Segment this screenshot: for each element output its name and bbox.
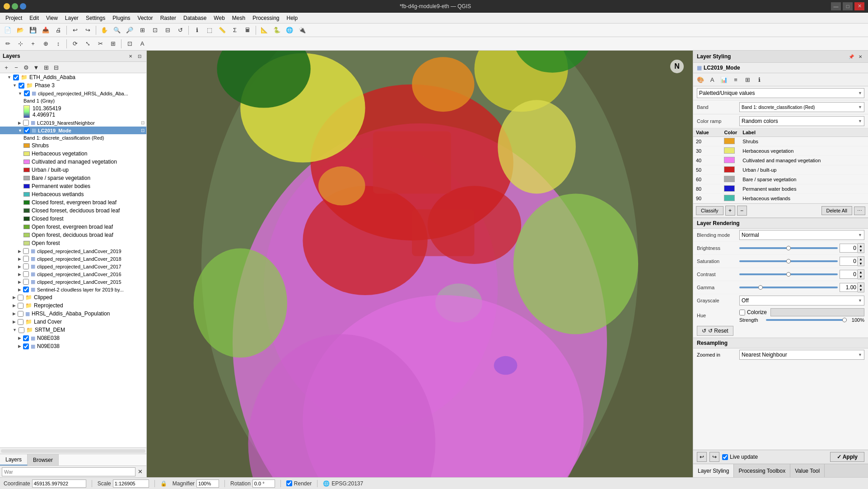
gamma-slider[interactable] <box>739 287 838 288</box>
layer-clipped-lc2018[interactable]: ▶ ▦ clipped_reprojected_LandCover_2018 <box>0 255 146 263</box>
layer-clipped-group[interactable]: ▶ 📁 Clipped <box>0 293 146 301</box>
layer-eth-addis-ababa[interactable]: ▼ 📁 ETH_Addis_Ababa <box>0 73 146 81</box>
remove-layer-button[interactable]: − <box>12 63 21 72</box>
zoom-in-button[interactable]: 🔍 <box>111 25 123 36</box>
apply-button[interactable]: ✓ Apply <box>830 452 864 462</box>
color-ramp-dropdown[interactable]: Random colors ▼ <box>739 116 864 126</box>
layer-srtm-group[interactable]: ▼ 📁 SRTM_DEM <box>0 326 146 334</box>
pan-tool-button[interactable]: ✋ <box>98 25 110 36</box>
undo-button[interactable]: ↩ <box>69 25 81 36</box>
layers-filter-input[interactable] <box>2 467 135 476</box>
layer-lc2015-visibility-checkbox[interactable] <box>23 279 29 285</box>
collapse-all-button[interactable]: ⊟ <box>51 63 61 72</box>
expand-arrow[interactable]: ▼ <box>7 75 11 80</box>
styling-symbology-button[interactable]: 🎨 <box>695 74 706 85</box>
layers-float-button[interactable]: ⊡ <box>135 52 144 60</box>
layer-phase3-visibility-checkbox[interactable] <box>19 83 24 89</box>
contrast-down-arrow[interactable]: ▼ <box>858 274 864 279</box>
styling-close-button[interactable]: ✕ <box>856 52 864 61</box>
field-calc-button[interactable]: 🖩 <box>242 25 253 36</box>
layer-land-cover-group[interactable]: ▶ 📁 Land Cover <box>0 318 146 326</box>
map-canvas[interactable]: N <box>147 51 693 477</box>
table-cell-color[interactable] <box>721 194 740 203</box>
gamma-down-arrow[interactable]: ▼ <box>858 287 864 292</box>
menu-edit[interactable]: Edit <box>26 14 42 22</box>
live-update-checkbox[interactable] <box>722 454 728 460</box>
layer-clipped-lc2015[interactable]: ▶ ▦ clipped_reprojected_LandCover_2015 <box>0 278 146 286</box>
table-cell-color[interactable] <box>721 146 740 156</box>
tab-browser[interactable]: Browser <box>28 454 59 465</box>
merge-button[interactable]: ⊞ <box>107 38 119 49</box>
table-cell-color[interactable] <box>721 175 740 184</box>
saturation-down-arrow[interactable]: ▼ <box>858 261 864 266</box>
brightness-up-arrow[interactable]: ▲ <box>858 244 864 248</box>
open-layer-props-button[interactable]: ⚙ <box>22 63 31 72</box>
tab-layer-styling[interactable]: Layer Styling <box>693 464 734 477</box>
layers-filter-clear-button[interactable]: ✕ <box>135 467 145 476</box>
styling-metadata-button[interactable]: ℹ <box>754 74 765 85</box>
close-button[interactable]: ✕ <box>854 2 864 10</box>
expand-arrow-srtm[interactable]: ▼ <box>13 328 17 332</box>
browser-button[interactable]: 🌐 <box>284 25 295 36</box>
measure-button[interactable]: 📏 <box>216 25 228 36</box>
contrast-spinbox[interactable]: 0 <box>840 270 858 279</box>
add-feature-button[interactable]: + <box>27 38 39 49</box>
brightness-slider[interactable] <box>739 247 838 249</box>
open-project-button[interactable]: 📂 <box>14 25 26 36</box>
render-checkbox[interactable] <box>286 480 292 486</box>
classify-button[interactable]: Classify <box>696 206 723 215</box>
brightness-down-arrow[interactable]: ▼ <box>858 248 864 253</box>
layer-hrsl-visibility-checkbox[interactable] <box>24 90 30 96</box>
blending-mode-dropdown[interactable]: Normal ▼ <box>739 230 864 240</box>
contrast-slider[interactable] <box>739 273 838 275</box>
scale-button[interactable]: ⤡ <box>82 38 93 49</box>
brightness-spinbox[interactable]: 0 <box>840 244 858 253</box>
layer-sentinel2-visibility-checkbox[interactable] <box>23 287 29 292</box>
save-as-button[interactable]: 📥 <box>40 25 51 36</box>
color-swatch[interactable] <box>724 157 735 163</box>
maximize-button[interactable]: □ <box>843 2 853 10</box>
colorize-checkbox[interactable] <box>739 310 745 315</box>
styling-rendering-button[interactable]: ⊞ <box>742 74 753 85</box>
styling-undo-button[interactable]: ↩ <box>697 452 707 462</box>
layer-clipped-lc2016[interactable]: ▶ ▦ clipped_reprojected_LandCover_2016 <box>0 270 146 278</box>
scale-input[interactable] <box>113 480 149 488</box>
table-cell-color[interactable] <box>721 165 740 175</box>
styling-labels-button[interactable]: A <box>707 74 718 85</box>
minimize-button[interactable]: — <box>831 2 841 10</box>
tab-layers[interactable]: Layers <box>0 454 28 465</box>
expand-all-button[interactable]: ⊞ <box>42 63 51 72</box>
styling-redo-button[interactable]: ↪ <box>709 452 719 462</box>
expand-arrow-sentinel2[interactable]: ▶ <box>18 287 21 292</box>
layer-lc2019-mode[interactable]: ▼ ▦ LC2019_Mode ⊡ <box>0 127 146 134</box>
coordinate-input[interactable] <box>32 480 86 488</box>
menu-vector[interactable]: Vector <box>134 14 157 22</box>
expand-arrow-clipped[interactable]: ▶ <box>13 295 16 300</box>
identify-button[interactable]: ℹ <box>191 25 203 36</box>
layer-lc2017-visibility-checkbox[interactable] <box>23 263 29 269</box>
gamma-up-arrow[interactable]: ▲ <box>858 283 864 287</box>
layer-lc2019-visibility-checkbox[interactable] <box>23 248 29 254</box>
styling-fields-button[interactable]: ≡ <box>730 74 741 85</box>
menu-project[interactable]: Project <box>2 14 26 22</box>
layer-clipped-visibility-checkbox[interactable] <box>18 295 23 301</box>
color-swatch[interactable] <box>724 195 735 201</box>
move-feature-button[interactable]: ↕ <box>52 38 64 49</box>
zoom-selection-button[interactable]: ⊟ <box>162 25 173 36</box>
menu-settings[interactable]: Settings <box>82 14 109 22</box>
expand-arrow-lc2015[interactable]: ▶ <box>18 280 21 284</box>
saturation-spinbox[interactable]: 0 <box>840 257 858 266</box>
layer-hrsl-population[interactable]: ▶ ▦ HRSL_Addis_Ababa_Population <box>0 310 146 318</box>
expand-arrow-lc2017[interactable]: ▶ <box>18 264 21 269</box>
expand-arrow-reprojected[interactable]: ▶ <box>13 303 16 308</box>
print-button[interactable]: 🖨 <box>52 25 64 36</box>
layer-lc2018-visibility-checkbox[interactable] <box>23 256 29 262</box>
layer-sentinel2[interactable]: ▶ ▦ Sentinel-2 cloudless layer for 2019 … <box>0 286 146 293</box>
layer-n09-visibility-checkbox[interactable] <box>23 343 29 349</box>
expand-arrow-mode[interactable]: ▼ <box>18 128 22 133</box>
edit-vertices-button[interactable]: ⊹ <box>14 38 26 49</box>
layer-clipped-lc2019[interactable]: ▶ ▦ clipped_reprojected_LandCover_2019 <box>0 247 146 255</box>
layers-horizontal-scrollbar[interactable] <box>0 447 146 454</box>
colorize-color-preview[interactable] <box>770 308 864 316</box>
strength-slider[interactable] <box>766 319 847 321</box>
